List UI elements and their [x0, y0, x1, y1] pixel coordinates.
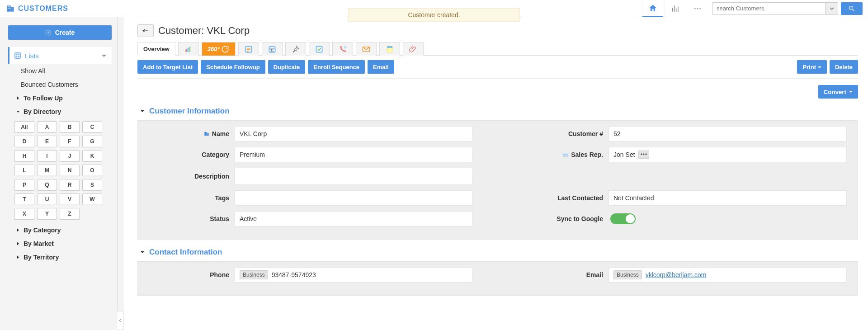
- alpha-e[interactable]: E: [37, 136, 57, 147]
- email-value[interactable]: Business vklcorp@berijam.com: [609, 267, 847, 283]
- search-button[interactable]: [841, 2, 863, 15]
- sidebar-bounced[interactable]: Bounced Customers: [8, 78, 112, 91]
- schedule-followup-button[interactable]: Schedule Followup: [201, 60, 265, 74]
- alpha-f[interactable]: F: [60, 136, 80, 147]
- sidebar-lists[interactable]: Lists: [8, 47, 112, 64]
- sidebar-by-category[interactable]: By Category: [8, 223, 112, 237]
- alpha-all[interactable]: All: [14, 121, 34, 133]
- svg-point-7: [697, 8, 698, 9]
- alpha-n[interactable]: N: [60, 165, 80, 176]
- customer-num-value[interactable]: 52: [609, 126, 847, 141]
- alpha-k[interactable]: K: [82, 150, 102, 162]
- tags-label: Tags: [149, 194, 235, 202]
- alpha-w[interactable]: W: [82, 193, 102, 205]
- alpha-x[interactable]: X: [14, 208, 34, 220]
- alpha-grid: All A B C D E F G H I J K L M N O P Q R …: [8, 121, 112, 220]
- sales-rep-value[interactable]: Jon Set •••: [609, 147, 847, 162]
- sidebar-show-all[interactable]: Show All: [8, 64, 112, 78]
- sales-rep-picker-button[interactable]: •••: [638, 151, 649, 159]
- alpha-t[interactable]: T: [14, 193, 34, 205]
- tab-chart-icon[interactable]: [178, 42, 199, 56]
- alpha-b[interactable]: B: [60, 121, 80, 133]
- sync-google-toggle[interactable]: [610, 213, 636, 224]
- alpha-v[interactable]: V: [60, 193, 80, 205]
- tab-attach-icon[interactable]: [403, 42, 424, 56]
- sidebar-by-market[interactable]: By Market: [8, 237, 112, 250]
- svg-rect-13: [187, 47, 189, 52]
- search-input[interactable]: [712, 2, 826, 15]
- alpha-r[interactable]: R: [60, 179, 80, 191]
- section-customer-info-header[interactable]: Customer Information: [139, 107, 858, 116]
- create-button[interactable]: Create: [8, 25, 112, 40]
- more-icon[interactable]: [687, 0, 708, 17]
- id-card-icon: [562, 151, 569, 158]
- section-contact-info-header[interactable]: Contact Information: [139, 248, 858, 257]
- alpha-j[interactable]: J: [60, 150, 80, 162]
- convert-button[interactable]: Convert: [818, 85, 858, 99]
- home-icon[interactable]: [642, 0, 663, 17]
- alpha-i[interactable]: I: [37, 150, 57, 162]
- enroll-sequence-button[interactable]: Enroll Sequence: [308, 60, 365, 74]
- name-value[interactable]: VKL Corp: [235, 126, 473, 141]
- tab-overview[interactable]: Overview: [137, 42, 175, 56]
- main-content: Customer: VKL Corp Overview 360° 31 Add …: [124, 17, 868, 330]
- svg-rect-24: [563, 153, 568, 156]
- tab-phone-icon[interactable]: [332, 42, 353, 56]
- svg-rect-21: [387, 46, 392, 47]
- alpha-s[interactable]: S: [82, 179, 102, 191]
- email-button[interactable]: Email: [368, 60, 394, 74]
- tab-form-icon[interactable]: [238, 42, 259, 56]
- email-link[interactable]: vklcorp@berijam.com: [646, 271, 707, 278]
- building-icon: [203, 131, 210, 137]
- print-button[interactable]: Print: [797, 60, 827, 74]
- delete-button[interactable]: Delete: [830, 60, 858, 74]
- duplicate-button[interactable]: Duplicate: [268, 60, 306, 74]
- alpha-u[interactable]: U: [37, 193, 57, 205]
- alpha-y[interactable]: Y: [37, 208, 57, 220]
- tab-note-icon[interactable]: [379, 42, 400, 56]
- tab-mail-icon[interactable]: [356, 42, 377, 56]
- alpha-o[interactable]: O: [82, 165, 102, 176]
- chevron-down-icon: [139, 108, 146, 114]
- alpha-c[interactable]: C: [82, 121, 102, 133]
- sidebar-to-follow-up[interactable]: To Follow Up: [8, 91, 112, 105]
- building-icon: [5, 4, 15, 13]
- svg-rect-22: [204, 132, 207, 136]
- svg-point-25: [564, 154, 565, 155]
- alpha-q[interactable]: Q: [37, 179, 57, 191]
- chart-icon[interactable]: [665, 0, 685, 17]
- search-dropdown[interactable]: [826, 2, 838, 15]
- tab-task-icon[interactable]: [309, 42, 330, 56]
- chevron-right-icon: [15, 255, 21, 260]
- name-label: Name: [149, 130, 235, 137]
- sidebar-collapse-handle[interactable]: [117, 311, 123, 330]
- alpha-z[interactable]: Z: [60, 208, 80, 220]
- back-button[interactable]: [137, 24, 154, 37]
- last-contacted-value[interactable]: Not Contacted: [609, 190, 847, 206]
- header-right: [642, 0, 863, 17]
- alpha-a[interactable]: A: [37, 121, 57, 133]
- category-value[interactable]: Premium: [235, 147, 473, 162]
- alpha-d[interactable]: D: [14, 136, 34, 147]
- tab-calendar-icon[interactable]: 31: [262, 42, 283, 56]
- svg-rect-11: [15, 53, 20, 58]
- alpha-m[interactable]: M: [37, 165, 57, 176]
- sidebar-by-directory[interactable]: By Directory: [8, 105, 112, 118]
- alpha-h[interactable]: H: [14, 150, 34, 162]
- svg-point-6: [694, 8, 696, 9]
- status-label: Status: [149, 215, 235, 222]
- app-title: CUSTOMERS: [18, 5, 68, 13]
- description-value[interactable]: [235, 168, 473, 185]
- add-to-target-list-button[interactable]: Add to Target List: [137, 60, 198, 74]
- phone-value[interactable]: Business 93487-9574923: [235, 267, 473, 283]
- tags-value[interactable]: [235, 190, 473, 206]
- customer-info-panel: Name VKL Corp Customer # 52 Category Pre…: [137, 120, 858, 240]
- sidebar-by-territory[interactable]: By Territory: [8, 250, 112, 264]
- status-value[interactable]: Active: [235, 211, 473, 226]
- tab-pin-icon[interactable]: [285, 42, 306, 56]
- alpha-g[interactable]: G: [82, 136, 102, 147]
- alpha-l[interactable]: L: [14, 165, 34, 176]
- body: Create Lists Show All Bounced Customers …: [0, 17, 868, 330]
- alpha-p[interactable]: P: [14, 179, 34, 191]
- tab-360[interactable]: 360°: [202, 42, 236, 56]
